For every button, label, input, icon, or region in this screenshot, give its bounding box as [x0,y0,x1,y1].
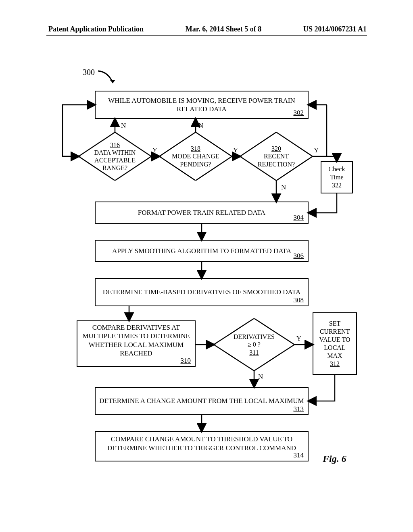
box-313-text: DETERMINE A CHANGE AMOUNT FROM THE LOCAL… [99,397,304,405]
ref-300-arrow [96,68,120,88]
box-312-l4: LOCAL [324,344,345,352]
header-left: Patent Application Publication [48,25,144,33]
label-y-316: Y [152,146,157,154]
box-304-text: FORMAT POWER TRAIN RELATED DATA [138,208,265,217]
box-322-l2: Time [330,173,343,181]
box-312-l3: VALUE TO [319,336,350,344]
figure-caption: Fig. 6 [323,453,346,464]
diamond-318-num: 318 [191,145,200,152]
box-310-text: COMPARE DERIVATIVES AT MULTIPLE TIMES TO… [81,323,192,357]
label-n-316: N [121,122,126,130]
box-313-num: 313 [294,405,304,413]
box-312-l2: CURRENT [320,328,350,336]
box-312: SET CURRENT VALUE TO LOCAL MAX 312 [313,312,357,375]
diamond-311-l2: ≥ 0 ? [248,341,261,348]
box-304: FORMAT POWER TRAIN RELATED DATA 304 [95,202,309,224]
diamond-311-l1: DERIVATIVES [234,333,275,341]
box-306-text: APPLY SMOOTHING ALGORITHM TO FORMATTED D… [112,247,291,255]
box-302: WHILE AUTOMOBILE IS MOVING, RECEIVE POWE… [95,91,309,119]
label-n-318: N [198,122,203,130]
label-n-311: N [258,373,263,381]
box-313: DETERMINE A CHANGE AMOUNT FROM THE LOCAL… [95,387,309,415]
diamond-318-text: MODE CHANGE PENDING? [169,152,222,168]
box-322-num: 322 [332,181,342,189]
diamond-320-num: 320 [271,145,281,152]
label-n-320: N [281,183,286,191]
box-306: APPLY SMOOTHING ALGORITHM TO FORMATTED D… [95,240,309,262]
header-rule [46,35,367,36]
diamond-316-num: 316 [110,141,120,149]
box-312-l5: MAX [327,352,342,360]
box-312-num: 312 [330,360,340,368]
box-310-num: 310 [181,356,191,365]
box-322: Check Time 322 [321,161,353,193]
diamond-316-text: DATA WITHIN ACCEPTABLE RANGE? [89,149,141,172]
diamond-318: 318 MODE CHANGE PENDING? [159,132,232,181]
label-y-311: Y [296,335,301,343]
diamond-311-num: 311 [249,349,259,356]
box-308-num: 308 [294,296,304,304]
header-center: Mar. 6, 2014 Sheet 5 of 8 [186,25,261,33]
diamond-320-text: RECENT REJECTION? [252,152,300,168]
box-322-l1: Check [329,165,345,173]
diamond-316: 316 DATA WITHIN ACCEPTABLE RANGE? [79,132,151,181]
box-304-num: 304 [294,213,304,222]
box-310: COMPARE DERIVATIVES AT MULTIPLE TIMES TO… [77,320,196,367]
header-right: US 2014/0067231 A1 [303,25,367,33]
box-306-num: 306 [294,251,304,260]
ref-300: 300 [83,68,95,77]
box-308-text: DETERMINE TIME-BASED DERIVATIVES OF SMOO… [103,288,301,296]
diamond-320: 320 RECENT REJECTION? [240,132,313,181]
label-y-320: Y [314,146,319,154]
diamond-311: DERIVATIVES ≥ 0 ? 311 [214,318,294,371]
box-314-text: COMPARE CHANGE AMOUNT TO THRESHOLD VALUE… [99,435,305,452]
box-302-num: 302 [294,108,304,117]
box-308: DETERMINE TIME-BASED DERIVATIVES OF SMOO… [95,278,309,306]
box-314: COMPARE CHANGE AMOUNT TO THRESHOLD VALUE… [95,431,309,461]
box-312-l1: SET [329,320,340,328]
box-302-text: WHILE AUTOMOBILE IS MOVING, RECEIVE POWE… [99,96,305,114]
flowchart-diagram: 300 WHILE AUTOMOBILE IS MOVING, RECEIVE … [0,60,413,532]
svg-marker-0 [110,80,115,83]
label-y-318: Y [233,146,238,154]
box-314-num: 314 [294,451,304,459]
page-header: Patent Application Publication Mar. 6, 2… [0,25,413,33]
